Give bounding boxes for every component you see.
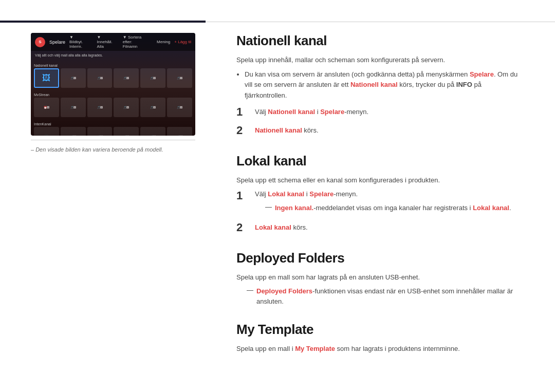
highlight-lokal-step2: Lokal kanal	[255, 223, 291, 231]
mini-icons: 🎵🖼	[70, 106, 76, 109]
highlight-ingen-kanal: Ingen kanal.	[275, 204, 313, 212]
highlight-my-template: My Template	[295, 345, 335, 352]
grid-item: 🖥	[34, 127, 59, 136]
grid-item: 🎵🖼	[114, 127, 139, 136]
grid-item: 🎵🖼	[87, 98, 113, 117]
mini-icons: 🎵🖼	[70, 77, 76, 80]
highlight-lokal-step1: Lokal kanal	[268, 190, 304, 198]
step-number-2: 2	[236, 124, 247, 137]
player-info-area: Välj allt och välj mall alla alla alla l…	[31, 51, 195, 61]
grid-item: 🎵🖼	[140, 98, 165, 117]
player-edit-label: + Lägg til	[174, 40, 191, 44]
step-1-lokal: 1 Välj Lokal kanal i Spelare-menyn. — In…	[236, 189, 524, 216]
grid-item: 🎵🖼	[61, 127, 86, 136]
mini-icons: 🎵🖼	[97, 135, 103, 136]
step-content-1-lokal: Välj Lokal kanal i Spelare-menyn. — Inge…	[255, 189, 511, 216]
grid-item: 🎵🖼	[61, 68, 86, 88]
player-brand-label: Spelare	[49, 40, 65, 45]
player-info-text: Välj allt och välj mall alla alla alla l…	[35, 52, 191, 59]
grid-item: ⏰🖼	[34, 98, 59, 117]
mini-icons: 🎵🖼	[123, 135, 129, 136]
mini-icons: 🎵🖼	[97, 106, 103, 109]
player-ui: S Spelare ▼ Bildbyt. Interm. ▼ Innehåll.…	[31, 33, 195, 136]
section-title-deployed-folders: Deployed Folders	[236, 250, 524, 266]
mini-icons: 🎵🖼	[150, 77, 156, 80]
section-nationell-kanal: Nationell kanal Spela upp innehåll, mall…	[236, 33, 524, 138]
grid-item: 🎵🖼	[167, 68, 192, 88]
main-content: S Spelare ▼ Bildbyt. Interm. ▼ Innehåll.…	[0, 23, 555, 390]
bullet-list-nationell: Du kan visa om servern är ansluten (och …	[245, 69, 524, 101]
mini-icons: 🎵🖼	[177, 106, 182, 109]
section-desc-my-template: Spela upp en mall i My Template som har …	[236, 344, 524, 354]
note-deployed: — Deployed Folders-funktionen visas enda…	[247, 286, 524, 306]
section-lokal-kanal: Lokal kanal Spela upp ett schema eller e…	[236, 153, 524, 235]
section-deployed-folders: Deployed Folders Spela upp en mall som h…	[236, 250, 524, 307]
note-content-1: Ingen kanal.-meddelandet visas om inga k…	[275, 203, 511, 213]
grid-item: 🎵🖼	[114, 98, 139, 117]
grid-row-1-items: 🖼 🎵🖼 🎵🖼 🎵🖼	[34, 68, 192, 88]
step-number-1-lokal: 1	[236, 189, 247, 202]
left-panel: S Spelare ▼ Bildbyt. Interm. ▼ Innehåll.…	[31, 33, 206, 369]
player-nav-items: ▼ Bildbyt. Interm. ▼ Innehåll. Alla ▼ So…	[69, 35, 170, 49]
mini-icons: 🎵🖼	[150, 106, 156, 109]
nav-item-1: ▼ Bildbyt. Interm.	[69, 35, 87, 49]
device-screenshot: S Spelare ▼ Bildbyt. Interm. ▼ Innehåll.…	[31, 33, 195, 136]
highlight-nationell-step2: Nationell kanal	[255, 126, 302, 134]
note-lokal-1: — Ingen kanal.-meddelandet visas om inga…	[265, 203, 511, 213]
highlight-deployed-folders: Deployed Folders	[256, 287, 312, 295]
section-title-nationell-kanal: Nationell kanal	[236, 33, 524, 49]
highlight-lokal-kanal-note: Lokal kanal	[473, 204, 509, 212]
highlight-nationell-step1: Nationell kanal	[268, 108, 315, 116]
top-rule	[0, 0, 555, 23]
grid-item-selected: 🖼	[34, 68, 59, 88]
player-logo-text: S	[39, 40, 41, 44]
highlight-nationell-kanal: Nationell kanal	[350, 81, 398, 88]
grid-item: 🎵🖼	[167, 98, 192, 117]
step-number-2-lokal: 2	[236, 221, 247, 234]
step-content-2-lokal: Lokal kanal körs.	[255, 221, 524, 233]
section-desc-lokal-kanal: Spela upp ett schema eller en kanal som …	[236, 175, 524, 185]
screenshot-divider	[31, 140, 195, 140]
mini-icons: ⏰🖼	[44, 106, 49, 109]
note-dash-deployed: —	[247, 286, 253, 294]
section-desc-deployed-folders: Spela upp en mall som har lagrats på en …	[236, 272, 524, 283]
note-content-deployed: Deployed Folders-funktionen visas endast…	[256, 286, 524, 306]
bold-info: INFO	[456, 81, 472, 88]
mini-icons: 🎵🖼	[70, 135, 76, 136]
screenshot-caption: – Den visade bilden kan variera beroende…	[31, 146, 206, 153]
highlight-spelare-step1: Spelare	[320, 108, 344, 116]
note-dash-1: —	[265, 203, 272, 211]
mini-icons: 🎵🖼	[123, 106, 129, 109]
step-text-1-lokal: Välj Lokal kanal i Spelare-menyn.	[255, 189, 358, 198]
section-desc-nationell-kanal: Spela upp innehåll, mallar och scheman s…	[236, 55, 524, 65]
grid-item: 🎵🖼	[114, 68, 139, 88]
mini-icons: 🎵🖼	[177, 77, 182, 80]
nav-item-4: Mening	[157, 35, 170, 49]
step-1-nationell: 1 Välj Nationell kanal i Spelare-menyn.	[236, 105, 524, 119]
top-rule-right	[206, 22, 555, 22]
grid-item: 🎵🖼	[140, 68, 165, 88]
bullet-item-1: Du kan visa om servern är ansluten (och …	[245, 69, 524, 101]
mini-icons: 🎵🖼	[123, 77, 129, 80]
grid-row-2-label: MvStrean	[34, 92, 192, 98]
grid-item: 🎵🖼	[87, 68, 113, 88]
mini-icons: 🎵🖼	[97, 77, 103, 80]
grid-item: 🎵🖼	[167, 127, 192, 136]
page-container: S Spelare ▼ Bildbyt. Interm. ▼ Innehåll.…	[0, 0, 555, 390]
step-number-1: 1	[236, 105, 247, 119]
mini-icons: 🎵🖼	[150, 135, 156, 136]
step-2-nationell: 2 Nationell kanal körs.	[236, 124, 524, 137]
step-content-1: Välj Nationell kanal i Spelare-menyn.	[255, 105, 524, 118]
player-logo: S	[35, 37, 45, 47]
section-title-my-template: My Template	[236, 322, 524, 338]
grid-row-3-label: IntenKanal	[34, 121, 192, 127]
mini-icons: 🎵🖼	[177, 135, 182, 136]
grid-row-3-items: 🖥 🎵🖼 🎵🖼 🎵🖼 🎵🖼 🎵🖼	[34, 127, 192, 136]
grid-item: 🎵🖼	[61, 98, 86, 117]
grid-item: 🎵🖼	[87, 127, 113, 136]
section-title-lokal-kanal: Lokal kanal	[236, 153, 524, 169]
nav-item-2: ▼ Innehåll. Alla	[97, 35, 113, 49]
step-content-2: Nationell kanal körs.	[255, 124, 524, 136]
grid-item: 🎵🖼	[140, 127, 165, 136]
grid-row-3: IntenKanal 🖥 🎵🖼 🎵🖼 🎵🖼 🎵🖼 🎵🖼	[31, 119, 195, 136]
